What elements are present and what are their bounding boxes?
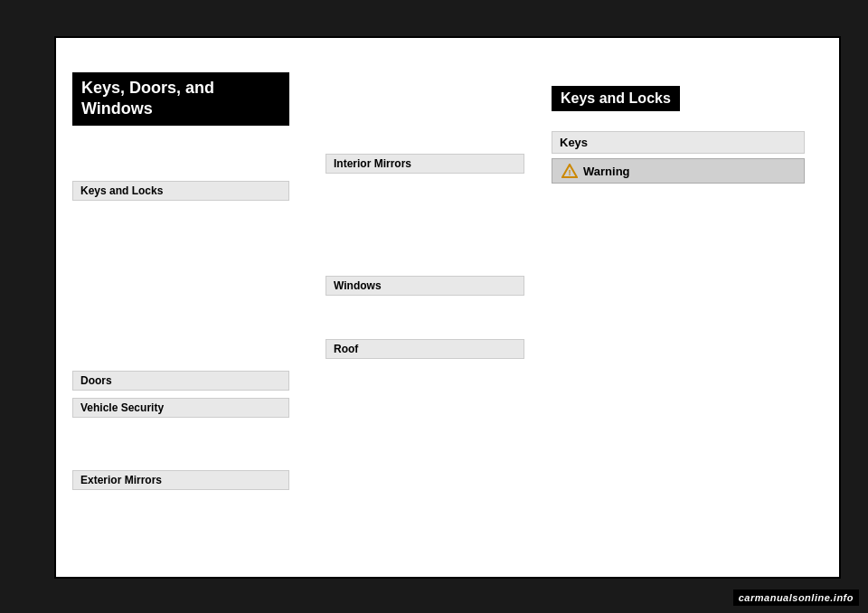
- watermark: carmanualsonline.info: [733, 589, 859, 606]
- svg-text:!: !: [569, 168, 571, 177]
- warning-label: Warning: [583, 165, 630, 178]
- column-3: Keys and Locks Keys ! W: [542, 36, 841, 579]
- column-2: Interior Mirrors Windows Roof: [316, 36, 542, 579]
- main-title: Keys, Doors, and Windows: [72, 72, 289, 126]
- keys-and-locks-header-col3[interactable]: Keys and Locks: [552, 86, 680, 111]
- vehicle-security-header[interactable]: Vehicle Security: [72, 398, 289, 418]
- keys-subheader[interactable]: Keys: [552, 131, 805, 154]
- warning-box: ! Warning: [552, 158, 805, 184]
- main-content-area: Keys, Doors, and Windows Keys and Locks …: [54, 36, 841, 579]
- exterior-mirrors-header[interactable]: Exterior Mirrors: [72, 470, 289, 490]
- windows-header[interactable]: Windows: [326, 276, 524, 296]
- doors-header[interactable]: Doors: [72, 371, 289, 391]
- keys-and-locks-header-col1[interactable]: Keys and Locks: [72, 181, 289, 201]
- roof-header[interactable]: Roof: [326, 339, 524, 359]
- interior-mirrors-header[interactable]: Interior Mirrors: [326, 154, 524, 174]
- column-1: Keys, Doors, and Windows Keys and Locks …: [54, 36, 316, 579]
- page: Keys, Doors, and Windows Keys and Locks …: [0, 0, 868, 613]
- warning-triangle-icon: !: [561, 164, 578, 178]
